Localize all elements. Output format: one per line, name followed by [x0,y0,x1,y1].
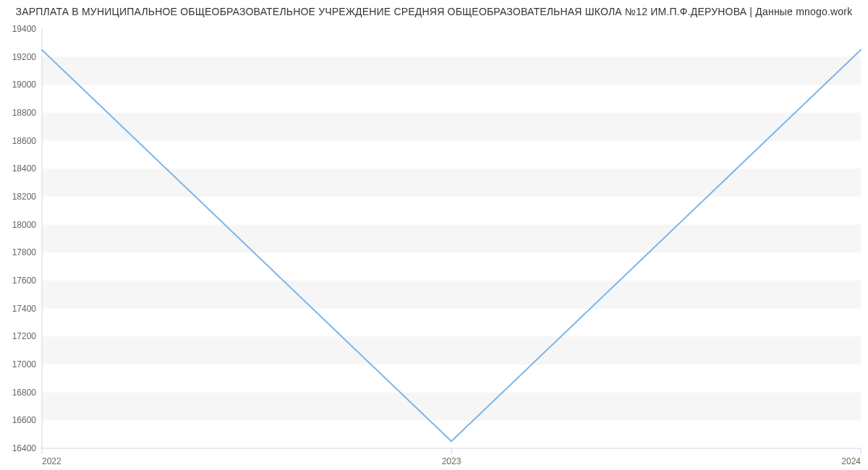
y-tick-label: 17400 [12,304,37,314]
y-tick-label: 17600 [12,275,37,286]
y-tick-label: 16400 [12,443,37,453]
y-tick-label: 17800 [12,247,37,257]
x-tick-label: 2022 [42,456,61,466]
svg-rect-1 [42,336,861,364]
y-tick-label: 18400 [12,163,37,174]
svg-rect-6 [42,57,861,85]
svg-rect-2 [42,281,861,309]
y-tick-label: 19000 [12,80,37,90]
y-tick-label: 18600 [12,136,37,146]
y-tick-label: 18200 [12,192,37,202]
svg-rect-5 [42,113,861,141]
svg-rect-4 [42,168,861,197]
chart-container: ЗАРПЛАТА В МУНИЦИПАЛЬНОЕ ОБЩЕОБРАЗОВАТЕЛ… [0,0,868,470]
x-tick-label: 2024 [841,456,861,466]
chart-svg: 1640016600168001700017200174001760017800… [42,29,861,467]
plot-area: 1640016600168001700017200174001760017800… [42,29,861,448]
chart-title: ЗАРПЛАТА В МУНИЦИПАЛЬНОЕ ОБЩЕОБРАЗОВАТЕЛ… [0,6,868,17]
y-tick-label: 17000 [12,359,37,369]
y-tick-label: 19200 [12,52,37,62]
y-tick-label: 16800 [12,388,37,398]
y-tick-label: 18800 [12,108,37,118]
y-tick-label: 16600 [12,415,37,425]
y-tick-label: 17200 [12,331,37,341]
svg-rect-3 [42,225,861,253]
y-tick-label: 19400 [12,24,37,34]
x-tick-label: 2023 [442,456,461,466]
svg-rect-0 [42,393,861,421]
y-tick-label: 18000 [12,220,37,230]
